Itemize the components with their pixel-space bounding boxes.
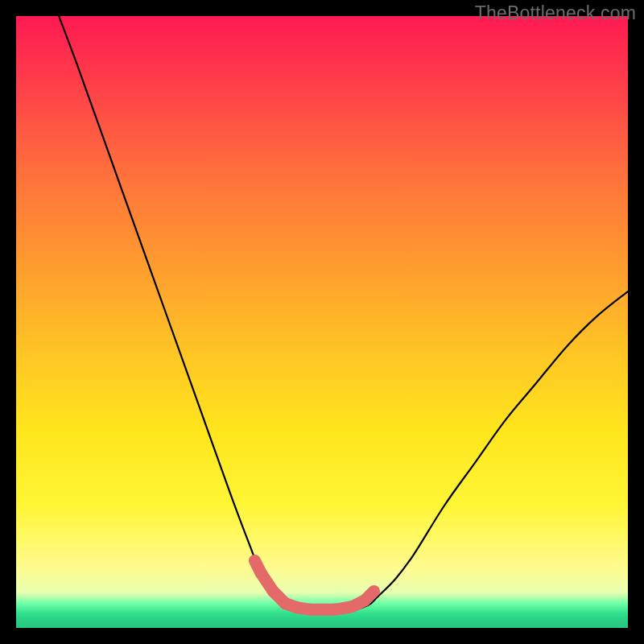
chart-frame: TheBottleneck.com	[0, 0, 644, 644]
background-gradient	[16, 16, 628, 628]
plot-area	[16, 16, 628, 628]
watermark-text: TheBottleneck.com	[475, 2, 636, 24]
